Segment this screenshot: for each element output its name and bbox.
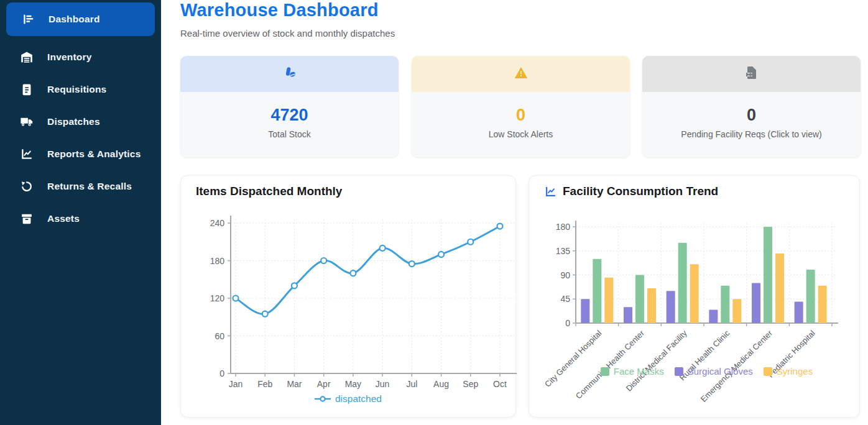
warehouse-icon: [19, 50, 34, 65]
sidebar-item-inventory[interactable]: Inventory: [0, 41, 161, 73]
svg-text:180: 180: [210, 256, 225, 266]
svg-text:Jan: Jan: [229, 379, 243, 389]
bar-chart-card: Facility Consumption Trend 04590135180Ci…: [529, 175, 860, 418]
svg-text:May: May: [345, 379, 361, 389]
svg-text:Jul: Jul: [406, 379, 417, 389]
legend-item-dispatched[interactable]: dispatched: [315, 393, 382, 404]
svg-text:180: 180: [556, 222, 571, 232]
legend-label: Surgical Gloves: [688, 366, 753, 377]
svg-text:60: 60: [215, 331, 224, 341]
sidebar-nav: Dashboard Inventory Requisitions Dispatc…: [0, 2, 161, 235]
stat-card-total-stock[interactable]: 4720 Total Stock: [180, 56, 399, 157]
legend-swatch: [675, 367, 683, 376]
sidebar-item-dispatches[interactable]: Dispatches: [0, 106, 161, 138]
legend-label: Face Masks: [614, 366, 664, 377]
svg-text:135: 135: [556, 246, 571, 256]
bar-chart-legend: Face Masks Surgical Gloves Syringes: [566, 366, 847, 377]
stat-card-pending-facility-reqs[interactable]: 0 Pending Facility Reqs (Click to view): [642, 56, 861, 157]
clipboard-icon: [19, 82, 34, 97]
page-title: Warehouse Dashboard: [180, 0, 379, 21]
sidebar-item-label: Dispatches: [47, 116, 100, 127]
svg-text:Oct: Oct: [493, 379, 507, 389]
file-export-icon: [744, 65, 759, 83]
sidebar-item-assets[interactable]: Assets: [0, 203, 161, 235]
truck-icon: [19, 114, 34, 129]
archive-box-icon: [19, 211, 34, 226]
sidebar: Dashboard Inventory Requisitions Dispatc…: [0, 0, 161, 425]
stat-card-header: [180, 56, 399, 92]
legend-item-surgical-gloves[interactable]: Surgical Gloves: [675, 366, 753, 377]
dashboard-icon: [21, 12, 35, 27]
sidebar-item-label: Inventory: [47, 52, 92, 63]
svg-text:45: 45: [560, 294, 570, 304]
legend-label: dispatched: [335, 393, 382, 404]
svg-text:Aug: Aug: [433, 379, 449, 389]
sidebar-item-label: Assets: [47, 213, 80, 224]
svg-text:0: 0: [219, 368, 224, 378]
legend-swatch: [601, 367, 609, 376]
legend-swatch: [764, 367, 772, 376]
svg-text:Apr: Apr: [317, 379, 331, 389]
stat-card-low-stock-alerts[interactable]: 0 Low Stock Alerts: [412, 56, 630, 157]
sidebar-item-label: Requisitions: [47, 84, 106, 95]
chart-line-icon: [544, 185, 557, 198]
line-chart-title: Items Dispatched Monthly: [196, 185, 342, 198]
legend-item-face-masks[interactable]: Face Masks: [601, 366, 664, 377]
pills-icon: [282, 65, 297, 83]
line-chart-legend: dispatched: [181, 393, 515, 404]
chart-title-row: Items Dispatched Monthly: [196, 185, 342, 198]
page-subtitle: Real-time overview of stock and monthly …: [180, 28, 395, 39]
legend-item-syringes[interactable]: Syringes: [764, 366, 813, 377]
svg-text:0: 0: [565, 318, 570, 328]
sidebar-item-label: Returns & Recalls: [47, 181, 132, 192]
svg-text:Sep: Sep: [463, 379, 478, 389]
main-content: Warehouse Dashboard Real-time overview o…: [161, 0, 868, 425]
svg-text:120: 120: [210, 293, 225, 303]
line-chart-card: Items Dispatched Monthly 060120180240Jan…: [180, 175, 516, 418]
svg-text:240: 240: [210, 218, 225, 228]
undo-rotate-icon: [19, 179, 34, 194]
stat-value: 4720: [180, 106, 399, 125]
line-legend-glyph-icon: [315, 395, 331, 403]
stat-label: Low Stock Alerts: [412, 129, 630, 139]
stat-value: 0: [412, 106, 630, 125]
svg-text:Community Health Center: Community Health Center: [574, 328, 647, 401]
warning-triangle-icon: [514, 65, 529, 83]
stat-card-header: [642, 56, 861, 92]
warehouse-dashboard-page: Dashboard Inventory Requisitions Dispatc…: [0, 0, 868, 425]
bar-chart-title: Facility Consumption Trend: [563, 185, 718, 198]
svg-text:Jun: Jun: [376, 379, 390, 389]
sidebar-item-label: Reports & Analytics: [47, 149, 141, 160]
svg-text:Mar: Mar: [287, 379, 302, 389]
legend-label: Syringes: [777, 366, 813, 377]
chart-title-row: Facility Consumption Trend: [544, 185, 718, 198]
line-chart: 060120180240JanFebMarAprMayJunJulAugSepO…: [181, 208, 517, 391]
stat-label: Total Stock: [180, 129, 399, 139]
stat-label: Pending Facility Reqs (Click to view): [642, 129, 861, 139]
svg-text:90: 90: [560, 270, 570, 280]
stat-card-header: [412, 56, 630, 92]
sidebar-item-dashboard[interactable]: Dashboard: [6, 2, 155, 36]
sidebar-item-reports[interactable]: Reports & Analytics: [0, 138, 161, 170]
sidebar-item-label: Dashboard: [48, 14, 100, 25]
svg-text:Feb: Feb: [257, 379, 272, 389]
sidebar-item-requisitions[interactable]: Requisitions: [0, 73, 161, 106]
bar-chart: 04590135180City General HospitalCommunit…: [529, 208, 861, 418]
stat-value: 0: [642, 106, 861, 125]
sidebar-item-returns[interactable]: Returns & Recalls: [0, 170, 161, 203]
chart-line-icon: [19, 147, 34, 162]
